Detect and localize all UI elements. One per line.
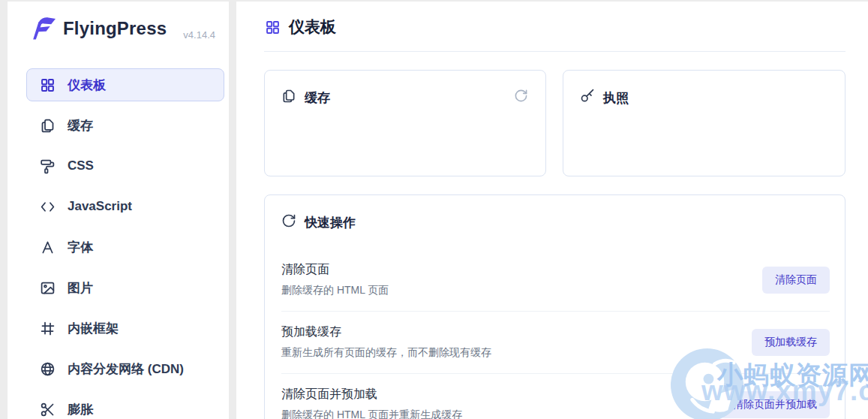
license-card-header: 执照 xyxy=(580,89,629,107)
quick-actions-header: 快速操作 xyxy=(281,213,356,231)
frame-icon xyxy=(40,321,56,336)
scissors-icon xyxy=(40,402,56,417)
brand-header: FlyingPress v4.14.4 xyxy=(8,2,229,54)
purge-pages-button[interactable]: 清除页面 xyxy=(762,267,830,294)
sidebar-item-label: 字体 xyxy=(68,239,93,256)
page-title: 仪表板 xyxy=(289,17,336,38)
action-row-purge-pages: 清除页面 删除缓存的 HTML 页面 清除页面 xyxy=(281,249,830,311)
font-icon xyxy=(40,240,56,255)
quick-actions-card: 快速操作 清除页面 删除缓存的 HTML 页面 清除页面 预加载缓存 重新生成所… xyxy=(264,194,845,419)
cache-card: 缓存 1 页面已缓存 xyxy=(264,70,546,176)
quick-actions-list: 清除页面 删除缓存的 HTML 页面 清除页面 预加载缓存 重新生成所有页面的缓… xyxy=(281,249,830,419)
pages-icon xyxy=(281,89,296,107)
pages-icon xyxy=(40,118,56,134)
dashboard-grid-icon xyxy=(40,77,56,93)
paint-roller-icon xyxy=(40,158,56,174)
main-content: 仪表板 缓存 1 页面已缓存 xyxy=(236,2,868,419)
sidebar-item-dashboard[interactable]: 仪表板 xyxy=(26,68,224,101)
sidebar-item-label: JavaScript xyxy=(68,199,132,214)
brand-version: v4.14.4 xyxy=(183,29,215,41)
sidebar-item-cache[interactable]: 缓存 xyxy=(26,109,224,142)
action-title: 预加载缓存 xyxy=(281,324,830,340)
image-icon xyxy=(40,280,56,296)
action-row-preload-cache: 预加载缓存 重新生成所有页面的缓存，而不删除现有缓存 预加载缓存 xyxy=(281,311,830,373)
preload-cache-button[interactable]: 预加载缓存 xyxy=(752,329,830,356)
sidebar-item-label: 仪表板 xyxy=(68,77,106,94)
sidebar-item-bloat[interactable]: 膨胀 xyxy=(26,393,224,419)
sidebar-item-fonts[interactable]: 字体 xyxy=(26,231,224,264)
cache-card-header: 缓存 xyxy=(281,89,330,107)
sidebar: FlyingPress v4.14.4 仪表板 缓存 xyxy=(8,2,229,419)
sidebar-item-label: CSS xyxy=(68,158,94,173)
sidebar-item-label: 图片 xyxy=(68,279,93,297)
action-title: 清除页面 xyxy=(281,262,830,278)
sidebar-item-images[interactable]: 图片 xyxy=(26,271,224,304)
sidebar-item-cdn[interactable]: 内容分发网络 (CDN) xyxy=(26,352,224,385)
sidebar-item-label: 内嵌框架 xyxy=(68,320,119,337)
action-description: 删除缓存的 HTML 页面 xyxy=(281,284,830,297)
flyingpress-dashboard: FlyingPress v4.14.4 仪表板 缓存 xyxy=(0,0,868,419)
sidebar-item-label: 膨胀 xyxy=(68,401,93,418)
key-icon xyxy=(580,89,595,107)
action-description: 重新生成所有页面的缓存，而不删除现有缓存 xyxy=(281,346,830,360)
page-header: 仪表板 xyxy=(265,17,336,38)
sidebar-item-label: 缓存 xyxy=(68,117,93,134)
refresh-icon[interactable] xyxy=(514,89,529,104)
sidebar-item-iframes[interactable]: 内嵌框架 xyxy=(26,312,224,345)
globe-icon xyxy=(40,361,56,377)
license-card: 执照 地位 积极的 xyxy=(563,70,845,176)
brand-name: FlyingPress xyxy=(63,18,167,39)
code-icon xyxy=(40,199,56,215)
quick-actions-icon xyxy=(281,213,296,231)
sidebar-item-css[interactable]: CSS xyxy=(26,149,224,182)
cache-card-title: 缓存 xyxy=(305,89,330,107)
purge-and-preload-button[interactable]: 清除页面并预加载 xyxy=(720,391,830,418)
action-row-purge-and-preload: 清除页面并预加载 删除缓存的 HTML 页面并重新生成缓存 清除页面并预加载 xyxy=(281,373,830,419)
sidebar-item-label: 内容分发网络 (CDN) xyxy=(68,360,184,378)
quick-actions-title: 快速操作 xyxy=(305,214,356,231)
flyingpress-logo-icon xyxy=(30,17,57,41)
sidebar-nav: 仪表板 缓存 CSS xyxy=(26,68,224,419)
sidebar-item-javascript[interactable]: JavaScript xyxy=(26,190,224,223)
header-divider xyxy=(264,51,845,52)
license-card-title: 执照 xyxy=(603,89,629,107)
dashboard-grid-icon xyxy=(265,20,281,35)
